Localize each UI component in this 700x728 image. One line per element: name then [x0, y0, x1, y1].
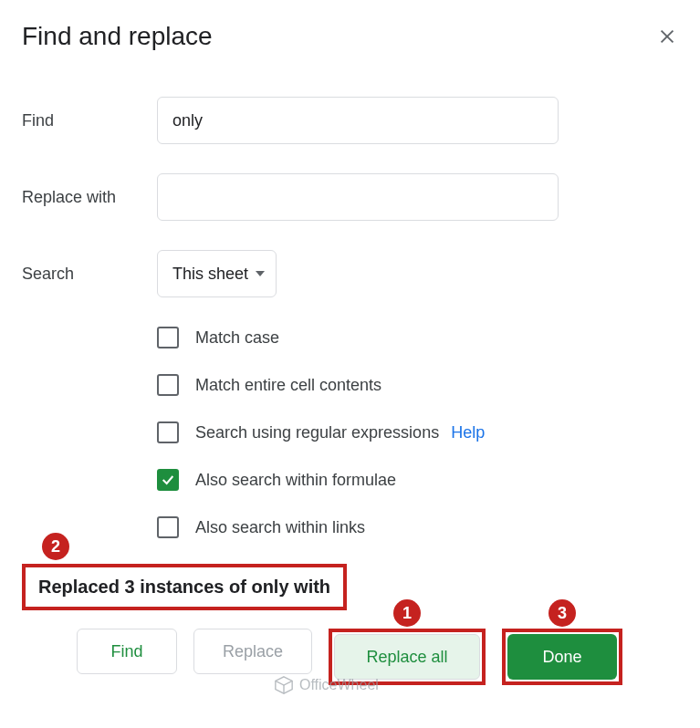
done-highlight: 3 Done — [502, 629, 622, 685]
search-scope-value: This sheet — [172, 265, 248, 284]
regex-checkbox[interactable] — [157, 421, 179, 443]
regex-label: Search using regular expressions Help — [195, 423, 485, 442]
replace-input[interactable] — [157, 173, 559, 221]
search-label: Search — [22, 265, 157, 284]
formulae-label: Also search within formulae — [195, 471, 396, 490]
formulae-checkbox[interactable] — [157, 469, 179, 491]
replace-button[interactable]: Replace — [193, 629, 312, 674]
close-icon[interactable] — [656, 26, 678, 47]
done-button[interactable]: Done — [507, 634, 617, 680]
find-label: Find — [22, 111, 157, 130]
replace-all-button[interactable]: Replace all — [334, 634, 480, 680]
annotation-badge-2: 2 — [42, 533, 69, 560]
annotation-badge-1: 1 — [393, 599, 421, 627]
find-input[interactable] — [157, 97, 559, 144]
match-case-checkbox[interactable] — [157, 327, 179, 348]
replace-label: Replace with — [22, 188, 157, 207]
links-checkbox[interactable] — [157, 516, 179, 538]
dialog-title: Find and replace — [22, 22, 213, 51]
links-label: Also search within links — [195, 518, 365, 537]
status-message: Replaced 3 instances of only with — [38, 577, 330, 598]
match-case-label: Match case — [195, 328, 279, 348]
replace-all-highlight: 1 Replace all — [329, 629, 486, 685]
status-message-box: 2 Replaced 3 instances of only with — [22, 564, 347, 610]
match-entire-label: Match entire cell contents — [195, 376, 381, 395]
find-button[interactable]: Find — [77, 629, 177, 674]
search-scope-select[interactable]: This sheet — [157, 250, 277, 297]
match-entire-checkbox[interactable] — [157, 374, 179, 396]
dropdown-triangle-icon — [256, 271, 265, 276]
regex-help-link[interactable]: Help — [451, 423, 485, 442]
annotation-badge-3: 3 — [549, 599, 576, 627]
